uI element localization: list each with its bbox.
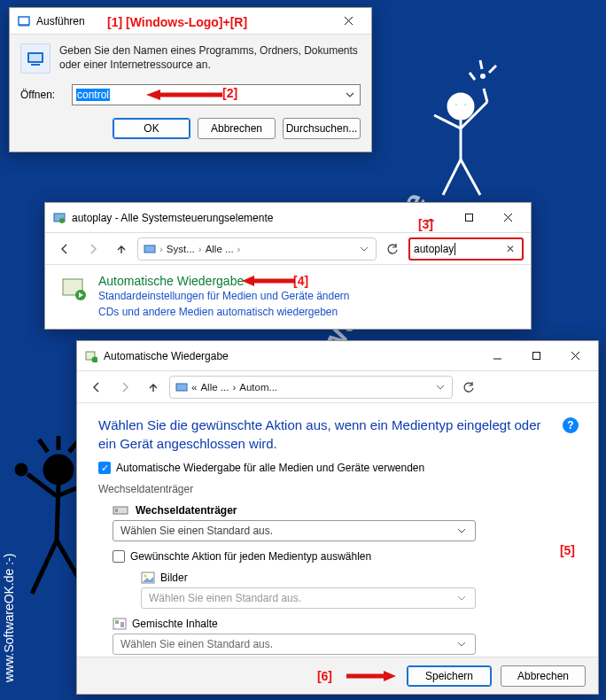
- stick-figure-1: [399, 53, 523, 204]
- ap-heading: Wählen Sie die gewünschte Aktion aus, we…: [98, 416, 577, 453]
- svg-rect-27: [29, 54, 42, 61]
- control-panel-icon: [52, 211, 66, 225]
- browse-button[interactable]: Durchsuchen...: [283, 118, 361, 139]
- svg-line-10: [470, 73, 475, 80]
- svg-line-5: [461, 102, 487, 128]
- svg-line-14: [57, 483, 58, 541]
- ap-title: Automatische Wiedergabe: [104, 350, 229, 362]
- svg-point-30: [59, 218, 65, 223]
- maximize-icon[interactable]: [517, 343, 556, 369]
- breadcrumb[interactable]: › Syst... › Alle ... ›: [137, 237, 377, 261]
- checkbox-each-type[interactable]: [113, 550, 125, 563]
- control-panel-window: autoplay - Alle Systemsteuerungselemente…: [44, 202, 532, 330]
- side-watermark: www.SoftwareOK.de :-): [2, 328, 19, 682]
- svg-line-7: [443, 159, 461, 195]
- cp-result-line2[interactable]: CDs und andere Medien automatisch wieder…: [98, 304, 350, 320]
- close-icon[interactable]: [556, 343, 594, 369]
- svg-rect-24: [19, 17, 29, 25]
- svg-point-13: [45, 456, 72, 483]
- minimize-icon[interactable]: [410, 205, 449, 231]
- forward-icon[interactable]: [81, 237, 105, 261]
- up-icon[interactable]: [141, 375, 166, 400]
- save-button[interactable]: Speichern: [407, 665, 492, 687]
- run-dialog: Ausführen Geben Sie den Namen eines Prog…: [9, 7, 372, 152]
- autoplay-window: Automatische Wiedergabe « Alle ... › Aut…: [76, 340, 599, 695]
- svg-point-2: [463, 103, 467, 106]
- pictures-select[interactable]: Wählen Sie einen Standard aus.: [141, 587, 476, 609]
- up-icon[interactable]: [109, 237, 134, 261]
- svg-line-4: [434, 115, 461, 128]
- close-icon[interactable]: [329, 8, 368, 35]
- refresh-icon[interactable]: [380, 237, 405, 261]
- marker-6: [6]: [317, 669, 332, 683]
- run-input-value[interactable]: control: [76, 89, 110, 101]
- svg-rect-37: [532, 353, 540, 360]
- svg-rect-40: [115, 509, 118, 512]
- run-description: Geben Sie den Namen eines Programms, Ord…: [59, 43, 361, 74]
- cp-title: autoplay - Alle Systemsteuerungselemente: [72, 212, 273, 224]
- run-title: Ausführen: [36, 15, 85, 27]
- svg-line-8: [461, 159, 480, 195]
- svg-rect-32: [144, 245, 155, 253]
- svg-line-6: [484, 89, 487, 102]
- arrow-6: [345, 669, 398, 683]
- breadcrumb[interactable]: « Alle ... › Autom...: [169, 376, 453, 399]
- close-icon[interactable]: [488, 205, 527, 231]
- run-combo[interactable]: control: [72, 84, 361, 105]
- cancel-button[interactable]: Abbrechen: [198, 118, 276, 139]
- svg-rect-45: [120, 622, 124, 627]
- run-body-icon: [20, 43, 50, 74]
- mixed-icon: [113, 618, 127, 630]
- checkbox-all-media[interactable]: ✓: [98, 462, 111, 474]
- svg-line-21: [39, 439, 48, 452]
- svg-line-12: [489, 66, 496, 73]
- svg-point-42: [144, 575, 147, 578]
- svg-point-9: [480, 74, 486, 79]
- cancel-button[interactable]: Abbrechen: [501, 665, 586, 687]
- svg-rect-31: [465, 214, 472, 222]
- cp-result-heading[interactable]: Automatische Wiedergabe: [98, 274, 350, 288]
- back-icon[interactable]: [84, 375, 109, 400]
- minimize-icon[interactable]: [478, 343, 517, 369]
- chk-all-label: Automatische Wiedergabe für alle Medien …: [116, 462, 424, 474]
- help-icon[interactable]: ?: [563, 417, 579, 433]
- cp-search-input[interactable]: autoplay ✕: [408, 237, 524, 261]
- pictures-icon: [141, 572, 155, 584]
- forward-icon[interactable]: [113, 375, 137, 400]
- refresh-icon[interactable]: [456, 375, 481, 400]
- autoplay-result-icon: [59, 274, 89, 304]
- maximize-icon[interactable]: [449, 205, 488, 231]
- svg-rect-25: [19, 25, 29, 27]
- svg-line-15: [27, 474, 57, 496]
- chevron-down-icon[interactable]: [344, 92, 356, 97]
- svg-rect-38: [176, 384, 187, 391]
- svg-line-11: [480, 60, 482, 69]
- autoplay-title-icon: [84, 349, 98, 363]
- run-titlebar: Ausführen: [10, 8, 371, 35]
- mixed-select[interactable]: Wählen Sie einen Standard aus.: [113, 634, 476, 655]
- svg-rect-28: [31, 64, 40, 66]
- svg-point-0: [448, 94, 473, 119]
- svg-line-17: [32, 541, 57, 594]
- open-label: Öffnen:: [20, 89, 65, 101]
- item-mixed-label: Gemischte Inhalte: [132, 618, 218, 630]
- svg-point-1: [454, 103, 458, 106]
- svg-rect-44: [115, 620, 119, 624]
- section-removable: Wechseldatenträger: [98, 483, 577, 495]
- clear-search-icon[interactable]: ✕: [502, 243, 518, 255]
- run-title-icon: [17, 14, 31, 28]
- ok-button[interactable]: OK: [113, 118, 190, 139]
- drive-icon: [113, 504, 128, 517]
- ap-titlebar: Automatische Wiedergabe: [77, 341, 598, 371]
- device-select[interactable]: Wählen Sie einen Standard aus.: [113, 520, 476, 541]
- back-icon[interactable]: [52, 237, 77, 261]
- device-row: Wechseldatenträger: [113, 504, 577, 517]
- cp-titlebar: autoplay - Alle Systemsteuerungselemente: [45, 203, 531, 233]
- cp-result-line1[interactable]: Standardeinstellungen für Medien und Ger…: [98, 288, 350, 304]
- item-pictures-label: Bilder: [160, 572, 188, 584]
- chk-each-label: Gewünschte Aktion für jeden Medientyp au…: [130, 550, 371, 563]
